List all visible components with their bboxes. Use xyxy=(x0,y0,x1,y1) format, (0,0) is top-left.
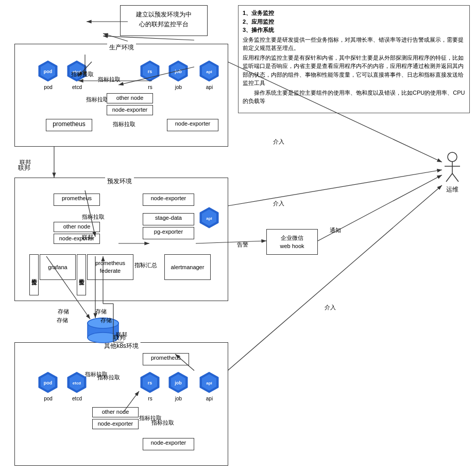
title-line1: 建立以预发环境为中 xyxy=(126,10,202,20)
intervene3-label: 介入 xyxy=(325,304,336,311)
rs-icon-other: rs xyxy=(139,371,162,394)
federate-bottom-arrow-label: 联邦 xyxy=(116,331,127,339)
metrics-pull-prod-label: 指标拉取 xyxy=(86,96,109,103)
api-icon-prod: api xyxy=(198,60,221,83)
pod-label-other: pod xyxy=(37,396,60,401)
metrics-pull-other-top-label: 指标拉取 xyxy=(85,371,108,378)
title-line2: 心的联邦监控平台 xyxy=(126,20,202,29)
prometheus-prod: prometheus xyxy=(46,119,92,131)
federate-stage-label: 联邦 xyxy=(82,234,93,241)
wechat-webhook: 企业微信web hook xyxy=(266,229,318,255)
production-label: 生产环境 xyxy=(107,43,136,52)
svg-text:job: job xyxy=(174,69,182,74)
title-box: 建立以预发环境为中 心的联邦监控平台 xyxy=(120,5,208,36)
job-icon-prod: job xyxy=(167,60,190,83)
pod-icon-other: pod xyxy=(37,371,60,394)
pod-icon: pod xyxy=(37,60,60,83)
svg-text:job: job xyxy=(174,380,182,385)
svg-text:api: api xyxy=(206,216,212,221)
svg-text:rs: rs xyxy=(148,380,152,385)
federate-prod-label: 联邦 xyxy=(20,159,31,166)
monitor-platform-label2: 监控平台 xyxy=(77,254,86,295)
stage-data: stage-data xyxy=(143,213,194,225)
pg-exporter: pg-exporter xyxy=(143,227,194,239)
grafana: grafana xyxy=(40,254,76,280)
svg-text:etcd: etcd xyxy=(73,381,81,385)
node-exporter-stage-top: node-exporter xyxy=(143,194,194,206)
svg-line-62 xyxy=(228,170,442,206)
metrics-pull-prod-arrow-label: 指标拉取 xyxy=(71,71,94,78)
node-exporter-prod2: node-exporter xyxy=(167,119,218,131)
rs-label-other: rs xyxy=(139,396,162,401)
api-label-other: api xyxy=(198,396,221,401)
api-label-prod: api xyxy=(198,84,221,90)
other-node-prod: other node xyxy=(107,93,153,103)
alertmanager: alertmanager xyxy=(164,254,211,280)
note-line6: 操作系统主要是监控主要组件的使用率、饱和度以及错误，比如CPU的使用率、CPU的… xyxy=(243,89,465,106)
rs-label-prod: rs xyxy=(139,84,162,90)
person-icon xyxy=(442,152,463,185)
storage-label1: 存储 xyxy=(57,317,68,324)
storage2-arrow-label: 存储 xyxy=(95,308,107,315)
staging-box: 预发环境 prometheus node-exporter 指标拉取 other… xyxy=(14,178,228,301)
metrics-pull-stage-label: 指标拉取 xyxy=(82,213,105,221)
prometheus-other: prometheus xyxy=(143,353,189,365)
etcd-label: etcd xyxy=(65,84,89,90)
node-exporter-prod: node-exporter xyxy=(107,105,153,115)
svg-text:api: api xyxy=(206,381,212,385)
svg-line-49 xyxy=(103,36,194,40)
svg-line-64 xyxy=(228,185,442,371)
node-exporter-other: node-exporter xyxy=(92,419,139,429)
svg-text:pod: pod xyxy=(44,69,53,74)
production-box: 生产环境 pod pod etcd etcd rs rs job job xyxy=(14,44,228,147)
svg-text:pod: pod xyxy=(44,380,53,385)
notify-label: 通知 xyxy=(330,226,341,234)
svg-point-37 xyxy=(448,152,457,162)
ops-label: 运维 xyxy=(442,185,463,194)
other-node-stage: other node xyxy=(54,222,100,232)
metrics-pull-prod2-label: 指标拉取 xyxy=(113,120,135,128)
note-line3: 3、操作系统 xyxy=(243,26,465,34)
svg-line-41 xyxy=(452,173,458,182)
svg-line-40 xyxy=(446,173,452,182)
diagram: 建立以预发环境为中 心的联邦监控平台 1、业务监控 2、应用监控 3、操作系统 … xyxy=(0,0,476,474)
note-line4: 业务监控主要是研发提供一些业务指标，对其增长率、错误率等进行告警或展示，需要提前… xyxy=(243,36,465,52)
note-line5: 应用程序的监控主要是有探针和内省，其中探针主要是从外部探测应用程序的特征，比如监… xyxy=(243,54,465,87)
svg-text:rs: rs xyxy=(148,69,152,74)
api-icon-other: api xyxy=(198,371,221,394)
monitor-platform-label1: 监控平台 xyxy=(29,254,39,295)
job-icon-other: job xyxy=(167,371,190,394)
rs-icon-prod: rs xyxy=(139,60,162,83)
storage1-arrow-label: 存储 xyxy=(58,308,69,315)
staging-label: 预发环境 xyxy=(105,177,134,186)
note-box: 1、业务监控 2、应用监控 3、操作系统 业务监控主要是研发提供一些业务指标，对… xyxy=(238,5,470,113)
intervene1-label: 介入 xyxy=(273,138,284,146)
other-k8s-box: 其他k8s环境 prometheus pod pod etcd etcd 指标拉… xyxy=(14,342,228,466)
job-label-prod: job xyxy=(167,84,190,90)
intervene2-label: 介入 xyxy=(273,200,284,207)
note-line2: 2、应用监控 xyxy=(243,17,465,26)
other-node-other: other node xyxy=(92,407,139,417)
pod-label: pod xyxy=(37,84,60,90)
storage-label2: 存储 xyxy=(100,317,112,324)
job-label-other: job xyxy=(167,396,190,401)
note-line1: 1、业务监控 xyxy=(243,9,465,17)
api-icon-stage: api xyxy=(198,206,221,230)
svg-text:api: api xyxy=(206,69,212,74)
metrics-pull-node-arrow-label: 指标拉取 xyxy=(98,76,121,83)
prometheus-stage: prometheus xyxy=(54,194,100,206)
prometheus-federate: prometheusfederate xyxy=(87,254,133,280)
node-exporter-other-bottom: node-exporter xyxy=(143,438,194,450)
etcd-label-other: etcd xyxy=(65,396,89,401)
alert-label: 告警 xyxy=(237,241,248,249)
metrics-pull-other-bottom-arrow-label: 指标拉取 xyxy=(139,414,162,422)
